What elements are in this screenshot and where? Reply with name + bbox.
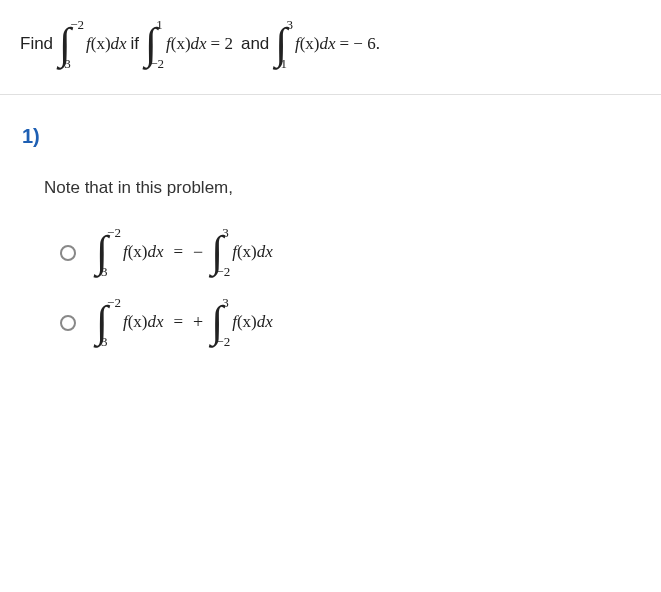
integral-sign-icon: ∫ (211, 232, 223, 272)
integral-sign-icon: ∫ (96, 232, 108, 272)
option-1-math: ∫ −2 3 f(x)dx = − ∫ 3 −2 f(x)dx (94, 226, 275, 278)
integral-1-upper: −2 (70, 18, 84, 31)
equals-sign: = (174, 312, 184, 332)
option-2-left-integral: ∫ −2 3 f(x)dx (96, 296, 164, 348)
radio-icon[interactable] (60, 315, 76, 331)
integral-sign-icon: ∫ (96, 302, 108, 342)
integral-3-integrand: f(x)dx (295, 34, 336, 54)
if-text: if (131, 34, 140, 54)
integral-1-integrand: f(x)dx (86, 34, 127, 54)
note-text: Note that in this problem, (0, 148, 661, 198)
integral-sign-icon: ∫ (145, 24, 157, 64)
problem-statement: Find ∫ −2 3 f(x)dx if ∫ 1 −2 f(x)dx = 2 … (0, 0, 661, 95)
option-2[interactable]: ∫ −2 3 f(x)dx = + ∫ 3 −2 f(x)dx (60, 296, 661, 348)
integral-sign-icon: ∫ (211, 302, 223, 342)
integral-2: ∫ 1 −2 f(x)dx (145, 18, 207, 70)
question-number: 1) (0, 95, 661, 148)
option-2-right-integral: ∫ 3 −2 f(x)dx (211, 296, 273, 348)
integral-sign-icon: ∫ (275, 24, 287, 64)
integral-2-upper: 1 (156, 18, 164, 31)
sign: + (193, 312, 203, 333)
integral-3: ∫ 3 1 f(x)dx (275, 18, 335, 70)
integral-sign-icon: ∫ (59, 24, 71, 64)
eq2-text: = − 6. (340, 34, 380, 54)
equals-sign: = (174, 242, 184, 262)
integral-2-integrand: f(x)dx (166, 34, 207, 54)
lead-text: Find (20, 34, 53, 54)
integral-1: ∫ −2 3 f(x)dx (59, 18, 127, 70)
and-text: and (241, 34, 269, 54)
eq1-text: = 2 (211, 34, 233, 54)
option-1-right-integral: ∫ 3 −2 f(x)dx (211, 226, 273, 278)
option-1[interactable]: ∫ −2 3 f(x)dx = − ∫ 3 −2 f(x)dx (60, 226, 661, 278)
options-group: ∫ −2 3 f(x)dx = − ∫ 3 −2 f(x)dx (0, 198, 661, 348)
option-2-math: ∫ −2 3 f(x)dx = + ∫ 3 −2 f(x)dx (94, 296, 275, 348)
option-1-left-integral: ∫ −2 3 f(x)dx (96, 226, 164, 278)
radio-icon[interactable] (60, 245, 76, 261)
sign: − (193, 242, 203, 263)
